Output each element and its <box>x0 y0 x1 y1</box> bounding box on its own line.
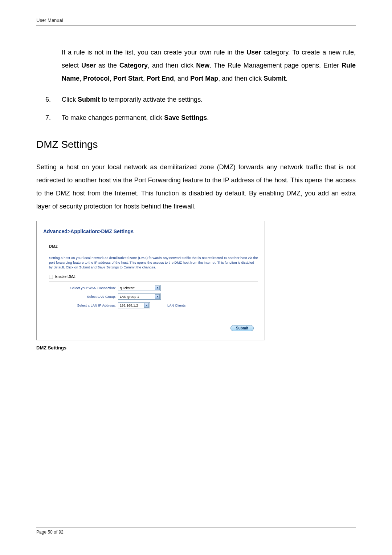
section-paragraph: Setting a host on your local network as … <box>36 161 356 213</box>
page-number: Page 50 of 92 <box>36 530 64 535</box>
lan-clients-link[interactable]: LAN Clients <box>167 302 185 309</box>
step-number: 7. <box>45 111 62 124</box>
lan-ip-row: Select a LAN IP Address: 192.168.1.2 ▾ L… <box>49 302 258 309</box>
step-text: To make changes permanent, click Save Se… <box>62 111 209 124</box>
step-7: 7. To make changes permanent, click Save… <box>45 111 356 124</box>
wan-row: Select your WAN Connection: quickstart ▾ <box>49 284 258 291</box>
panel-description: Setting a host on your local network as … <box>49 256 258 270</box>
bold-category: Category <box>119 62 148 69</box>
bold-submit: Submit <box>264 75 286 82</box>
text: , and <box>174 75 190 82</box>
lan-group-row: Select LAN Group: LAN group 1 ▾ <box>49 293 258 300</box>
breadcrumb: Advanced>Application>DMZ Settings <box>43 226 258 236</box>
chevron-down-icon: ▾ <box>144 303 149 308</box>
wan-label: Select your WAN Connection: <box>49 284 118 291</box>
text: as the <box>96 62 119 69</box>
bold-portend: Port End <box>147 75 174 82</box>
document-body: If a rule is not in the list, you can cr… <box>36 46 356 527</box>
submit-button[interactable]: Submit <box>230 325 254 331</box>
section-title: DMZ Settings <box>36 134 356 155</box>
figure-caption: DMZ Settings <box>36 343 356 353</box>
wan-value: quickstart <box>120 284 135 291</box>
step-number: 6. <box>45 93 62 106</box>
page-header: User Manual <box>36 17 356 25</box>
page-footer: Page 50 of 92 <box>36 527 356 535</box>
wan-select[interactable]: quickstart ▾ <box>118 285 161 291</box>
lan-group-value: LAN group 1 <box>120 293 139 300</box>
step-text: Click Submit to temporarily activate the… <box>62 93 203 106</box>
text: , and then click <box>218 75 264 82</box>
text: To make changes permanent, click <box>62 114 164 121</box>
chevron-down-icon: ▾ <box>155 294 160 299</box>
bold-new: New <box>196 62 209 69</box>
lan-group-label: Select LAN Group: <box>49 293 118 300</box>
dmz-screenshot: Advanced>Application>DMZ Settings DMZ Se… <box>36 221 265 340</box>
text: . <box>207 114 209 121</box>
text: , and then click <box>148 62 196 69</box>
enable-dmz-label: Enable DMZ <box>55 273 75 280</box>
bold: Submit <box>78 96 100 103</box>
text: Click <box>62 96 78 103</box>
bold-portmap: Port Map <box>190 75 218 82</box>
bold: Save Settings <box>164 114 207 121</box>
step-6: 6. Click Submit to temporarily activate … <box>45 93 356 106</box>
lan-ip-value: 192.168.1.2 <box>120 302 138 309</box>
text: , <box>79 75 83 82</box>
panel-title: DMZ <box>49 242 258 252</box>
steps-list: 6. Click Submit to temporarily activate … <box>45 93 356 124</box>
bold-portstart: Port Start <box>113 75 143 82</box>
intro-paragraph: If a rule is not in the list, you can cr… <box>62 46 356 85</box>
bold-protocol: Protocol <box>83 75 110 82</box>
text: to temporarily activate the settings. <box>100 96 203 103</box>
lan-ip-select[interactable]: 192.168.1.2 ▾ <box>118 302 150 308</box>
lan-ip-label: Select a LAN IP Address: <box>49 302 118 309</box>
enable-dmz-row: Enable DMZ <box>49 273 258 282</box>
text: . The Rule Management page opens. Enter <box>209 62 342 69</box>
enable-dmz-checkbox[interactable] <box>49 275 53 279</box>
text: . <box>286 75 287 82</box>
text: , <box>110 75 113 82</box>
bold-user2: User <box>81 62 96 69</box>
chevron-down-icon: ▾ <box>155 285 160 290</box>
text: If a rule is not in the list, you can cr… <box>62 49 246 56</box>
header-title: User Manual <box>36 17 63 23</box>
bold-user: User <box>246 49 261 56</box>
lan-group-select[interactable]: LAN group 1 ▾ <box>118 293 161 300</box>
text: , <box>143 75 147 82</box>
